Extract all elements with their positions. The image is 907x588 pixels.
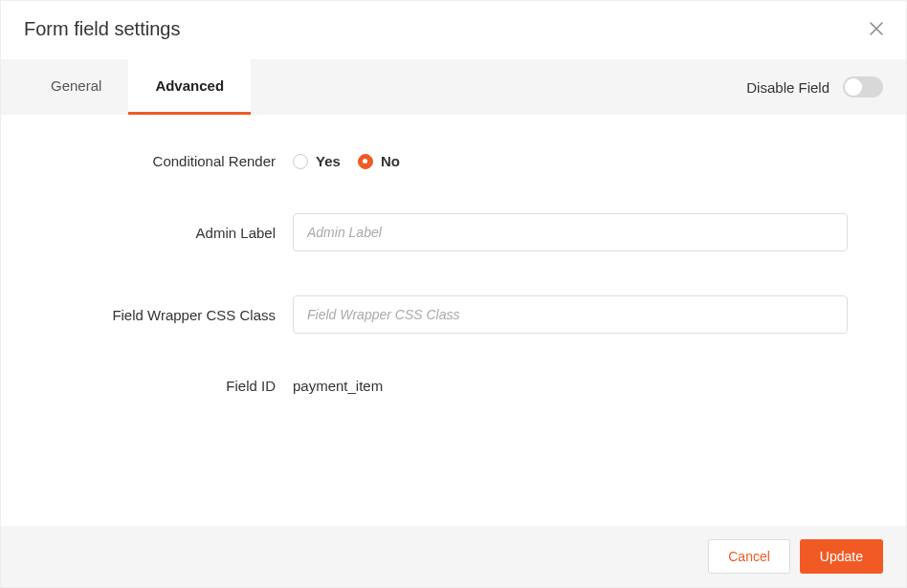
update-button[interactable]: Update [800,539,883,574]
content-area: Conditional Render Yes No Admin Label Fi… [1,115,906,526]
toggle-knob [845,78,862,96]
wrapper-css-control [293,295,868,334]
disable-field-label: Disable Field [746,79,830,96]
tab-advanced[interactable]: Advanced [128,59,251,115]
wrapper-css-label: Field Wrapper CSS Class [39,307,293,323]
conditional-render-radio-group: Yes No [293,153,868,169]
admin-label-label: Admin Label [39,225,293,241]
radio-yes[interactable] [293,154,308,169]
modal-footer: Cancel Update [1,526,906,587]
close-icon[interactable] [870,21,883,38]
field-id-value: payment_item [293,378,383,394]
tabbar-right: Disable Field [746,76,906,98]
row-field-id: Field ID payment_item [39,378,868,394]
wrapper-css-input[interactable] [293,295,848,334]
disable-field-toggle[interactable] [843,76,883,98]
field-id-label: Field ID [39,378,293,394]
modal-header: Form field settings [1,1,906,59]
row-wrapper-css: Field Wrapper CSS Class [39,295,868,334]
admin-label-input[interactable] [293,213,848,251]
radio-yes-label: Yes [316,153,341,169]
admin-label-control [293,213,868,251]
field-id-value-wrap: payment_item [293,378,868,394]
cancel-button[interactable]: Cancel [708,539,790,574]
modal-title: Form field settings [24,18,180,40]
tab-bar: General Advanced Disable Field [1,59,906,115]
radio-no[interactable] [358,154,373,169]
form-field-settings-modal: Form field settings General Advanced Dis… [0,0,907,588]
row-conditional-render: Conditional Render Yes No [39,153,868,169]
conditional-render-label: Conditional Render [39,153,293,169]
row-admin-label: Admin Label [39,213,868,251]
tab-general[interactable]: General [24,59,128,115]
radio-no-label: No [381,153,400,169]
